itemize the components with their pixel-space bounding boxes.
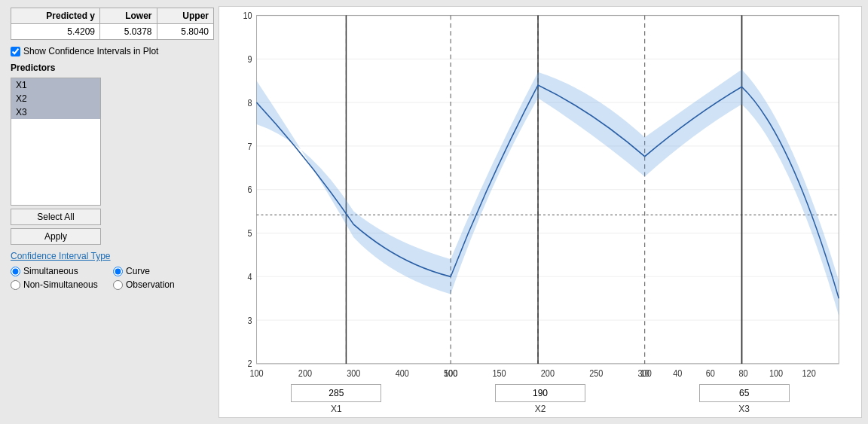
apply-button[interactable]: Apply (11, 228, 101, 245)
x1-input-group: X1 (261, 384, 411, 414)
ci-type-section: Confidence Interval Type Simultaneous Cu… (11, 251, 208, 290)
svg-text:100: 100 (249, 368, 264, 379)
x2-axis-label: X2 (535, 404, 546, 414)
svg-text:200: 200 (541, 368, 555, 379)
svg-text:6: 6 (248, 185, 252, 196)
non-simultaneous-radio-item: Non-Simultaneous (11, 279, 105, 290)
svg-text:200: 200 (298, 368, 313, 379)
predictors-label: Predictors (11, 63, 55, 73)
non-simultaneous-label: Non-Simultaneous (23, 279, 98, 290)
svg-text:10: 10 (243, 10, 252, 21)
x1-input[interactable] (291, 384, 381, 402)
svg-text:150: 150 (492, 368, 506, 379)
svg-text:60: 60 (706, 368, 715, 379)
x3-input-group: X3 (669, 384, 820, 414)
x1-axis-label: X1 (331, 404, 342, 414)
predicted-value: 5.4209 (11, 24, 100, 40)
predictors-list[interactable]: X1 X2 X3 (11, 78, 101, 206)
svg-text:10: 10 (640, 368, 649, 379)
svg-text:300: 300 (347, 368, 361, 379)
ci-type-radio-group: Simultaneous Curve Non-Simultaneous Obse… (11, 266, 208, 290)
svg-text:120: 120 (802, 368, 817, 379)
svg-text:100: 100 (769, 368, 784, 379)
predictors-section: Predictors X1 X2 X3 Select All Apply (11, 63, 208, 245)
select-all-button[interactable]: Select All (11, 209, 101, 225)
svg-rect-0 (219, 7, 861, 381)
x3-axis-label: X3 (738, 404, 750, 414)
non-simultaneous-radio[interactable] (11, 280, 20, 290)
observation-radio-item: Observation (113, 279, 208, 290)
show-ci-label: Show Confidence Intervals in Plot (23, 46, 158, 56)
predictor-item-x1[interactable]: X1 (11, 78, 100, 92)
upper-value: 5.8040 (157, 24, 214, 40)
axis-inputs-row: X1 X2 X3 (219, 381, 861, 417)
svg-text:40: 40 (673, 368, 682, 379)
predictor-item-x3[interactable]: X3 (11, 105, 100, 119)
curve-radio[interactable] (113, 267, 123, 276)
curve-radio-item: Curve (113, 266, 208, 276)
observation-radio[interactable] (113, 280, 123, 290)
chart-container: 10 9 8 7 6 5 4 3 2 100 200 300 400 (219, 7, 861, 381)
ci-type-link[interactable]: Confidence Interval Type (11, 251, 111, 261)
svg-text:100: 100 (444, 368, 458, 379)
simultaneous-radio-item: Simultaneous (11, 266, 105, 276)
main-chart-svg: 10 9 8 7 6 5 4 3 2 100 200 300 400 (219, 7, 861, 381)
svg-text:80: 80 (738, 368, 747, 379)
svg-text:400: 400 (396, 368, 410, 379)
svg-text:8: 8 (248, 97, 252, 108)
upper-header: Upper (157, 8, 214, 24)
x2-input[interactable] (495, 384, 585, 402)
svg-text:9: 9 (248, 53, 252, 65)
x2-input-group: X2 (465, 384, 616, 414)
prediction-table: Predicted y Lower Upper 5.4209 5.0378 5.… (11, 8, 214, 40)
predictor-buttons: Select All Apply (11, 209, 101, 245)
svg-text:5: 5 (248, 227, 252, 239)
show-ci-checkbox[interactable] (11, 47, 20, 56)
svg-text:7: 7 (248, 141, 252, 152)
predictor-item-x2[interactable]: X2 (11, 92, 100, 105)
lower-header: Lower (100, 8, 157, 24)
left-panel: Predicted y Lower Upper 5.4209 5.0378 5.… (0, 0, 219, 424)
svg-text:3: 3 (248, 315, 252, 326)
lower-value: 5.0378 (100, 24, 157, 40)
x3-input[interactable] (699, 384, 790, 402)
show-ci-checkbox-row: Show Confidence Intervals in Plot (11, 46, 208, 56)
predicted-header: Predicted y (11, 8, 100, 24)
svg-text:250: 250 (589, 368, 604, 379)
simultaneous-radio[interactable] (11, 267, 20, 276)
chart-area: 10 9 8 7 6 5 4 3 2 100 200 300 400 (219, 6, 862, 418)
curve-label: Curve (126, 266, 150, 276)
observation-label: Observation (126, 279, 175, 290)
simultaneous-label: Simultaneous (23, 266, 78, 276)
svg-text:4: 4 (248, 271, 252, 282)
